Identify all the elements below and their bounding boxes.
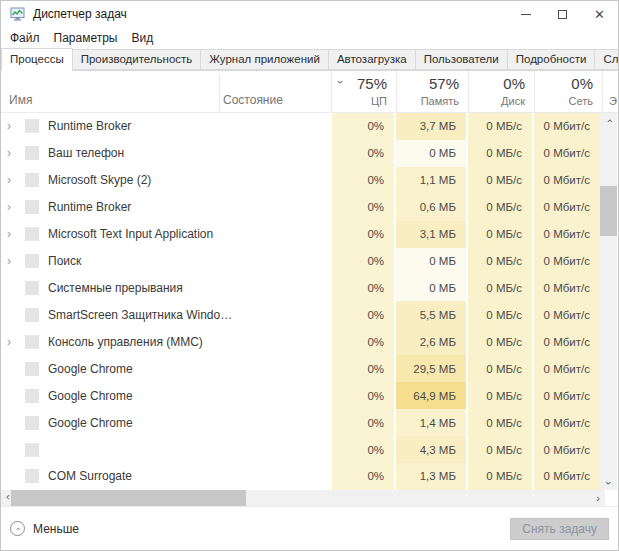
network-cell: 0 Мбит/с [534, 382, 600, 409]
expand-chevron-icon[interactable]: › [7, 228, 11, 240]
chevron-up-icon: › [13, 527, 23, 530]
disk-cell: 0 МБ/с [468, 167, 532, 194]
process-name: Microsoft Text Input Application [48, 227, 213, 241]
minimize-button[interactable] [507, 1, 544, 27]
process-icon [25, 227, 39, 241]
tab-processes[interactable]: Процессы [1, 48, 73, 71]
column-header-cpu[interactable]: ›75%ЦП [331, 71, 396, 112]
tab-users[interactable]: Пользователи [415, 49, 508, 70]
expand-chevron-icon[interactable]: › [7, 120, 11, 132]
fewer-details-label: Меньше [33, 522, 79, 536]
process-name: Microsoft Skype (2) [48, 173, 151, 187]
scroll-up-button[interactable]: › [600, 113, 617, 128]
cpu-cell: 0% [332, 113, 394, 140]
window-title: Диспетчер задач [33, 7, 127, 21]
menu-item-2[interactable]: Вид [131, 31, 153, 45]
memory-cell: 4,3 МБ [396, 436, 466, 463]
header-divider [219, 74, 220, 112]
table-row[interactable]: ›Консоль управления (MMC)0%2,6 МБ0 МБ/с0… [1, 328, 619, 355]
process-icon [25, 254, 39, 268]
column-header-memory[interactable]: 57%Память [396, 71, 468, 112]
column-usage-percent: 0% [469, 75, 525, 92]
expand-chevron-icon[interactable]: › [7, 174, 11, 186]
task-manager-window: Диспетчер задач ✕ ФайлПараметрыВид Проце… [0, 0, 619, 551]
process-icon [25, 119, 39, 133]
chevron-down-icon: › [602, 481, 614, 485]
memory-cell: 0 МБ [396, 248, 466, 275]
table-row[interactable]: ›Поиск0%0 МБ0 МБ/с0 Мбит/с [1, 248, 619, 275]
process-name: Runtime Broker [48, 119, 131, 133]
table-row[interactable]: 0%4,3 МБ0 МБ/с0 Мбит/с [1, 436, 619, 463]
process-name: Runtime Broker [48, 200, 131, 214]
disk-cell: 0 МБ/с [468, 301, 532, 328]
memory-cell: 2,6 МБ [396, 328, 466, 355]
cpu-cell: 0% [332, 194, 394, 221]
chevron-left-icon: › [6, 492, 10, 504]
expand-chevron-icon[interactable]: › [7, 147, 11, 159]
process-icon [25, 443, 39, 457]
maximize-icon [558, 10, 567, 19]
table-row[interactable]: COM Surrogate0%1,3 МБ0 МБ/с0 Мбит/с [1, 463, 619, 490]
tab-details[interactable]: Подробности [507, 49, 596, 70]
tab-performance[interactable]: Производительность [72, 49, 202, 70]
end-task-button[interactable]: Снять задачу [510, 518, 609, 540]
column-header-disk[interactable]: 0%Диск [468, 71, 534, 112]
network-cell: 0 Мбит/с [534, 194, 600, 221]
horizontal-scrollbar-thumb[interactable] [11, 490, 246, 506]
process-icon [25, 416, 39, 430]
maximize-button[interactable] [544, 1, 581, 27]
menubar: ФайлПараметрыВид [1, 27, 618, 48]
network-cell: 0 Мбит/с [534, 221, 600, 248]
tab-app-history[interactable]: Журнал приложений [200, 49, 329, 70]
column-header-network[interactable]: 0%Сеть [534, 71, 602, 112]
network-cell: 0 Мбит/с [534, 463, 600, 490]
table-row[interactable]: Google Chrome0%1,4 МБ0 МБ/с0 Мбит/с [1, 409, 619, 436]
table-row[interactable]: Google Chrome0%29,5 МБ0 МБ/с0 Мбит/с [1, 355, 619, 382]
menu-item-0[interactable]: Файл [10, 31, 40, 45]
column-label: ЦП [332, 95, 387, 107]
horizontal-scrollbar[interactable]: › › [1, 490, 605, 506]
column-header-energy-clipped[interactable]: Э [602, 71, 619, 112]
scroll-right-button[interactable]: › [591, 490, 605, 506]
memory-cell: 1,1 МБ [396, 167, 466, 194]
table-row[interactable]: ›Runtime Broker0%3,7 МБ0 МБ/с0 Мбит/с [1, 113, 619, 140]
vertical-scrollbar[interactable]: › › [600, 113, 617, 490]
table-row[interactable]: ›Runtime Broker0%0,6 МБ0 МБ/с0 Мбит/с [1, 194, 619, 221]
disk-cell: 0 МБ/с [468, 113, 532, 140]
tab-services[interactable]: Службы [594, 49, 619, 70]
close-button[interactable]: ✕ [581, 1, 618, 27]
table-row[interactable]: SmartScreen Защитника Windo…0%5,5 МБ0 МБ… [1, 301, 619, 328]
table-row[interactable]: ›Microsoft Text Input Application0%3,1 М… [1, 221, 619, 248]
cpu-cell: 0% [332, 382, 394, 409]
task-manager-icon [10, 6, 26, 22]
column-header-name[interactable]: Имя [9, 93, 32, 107]
cpu-cell: 0% [332, 221, 394, 248]
process-name: COM Surrogate [48, 469, 132, 483]
expand-chevron-icon[interactable]: › [7, 255, 11, 267]
table-row[interactable]: Google Chrome0%64,9 МБ0 МБ/с0 Мбит/с [1, 382, 619, 409]
cpu-cell: 0% [332, 409, 394, 436]
process-name: Google Chrome [48, 416, 133, 430]
table-row[interactable]: ›Microsoft Skype (2)0%1,1 МБ0 МБ/с0 Мбит… [1, 167, 619, 194]
memory-cell: 29,5 МБ [396, 355, 466, 382]
process-name: SmartScreen Защитника Windo… [48, 308, 232, 322]
expand-chevron-icon[interactable]: › [7, 336, 11, 348]
disk-cell: 0 МБ/с [468, 248, 532, 275]
chevron-right-icon: › [596, 492, 600, 504]
cpu-cell: 0% [332, 248, 394, 275]
memory-cell: 3,7 МБ [396, 113, 466, 140]
disk-cell: 0 МБ/с [468, 221, 532, 248]
minimize-icon [521, 14, 531, 15]
menu-item-1[interactable]: Параметры [54, 31, 118, 45]
vertical-scrollbar-thumb[interactable] [600, 186, 617, 236]
process-name: Консоль управления (MMC) [48, 335, 203, 349]
disk-cell: 0 МБ/с [468, 382, 532, 409]
fewer-details-toggle[interactable]: › Меньше [10, 521, 79, 536]
column-header-status[interactable]: Состояние [223, 93, 283, 107]
table-row[interactable]: ›Ваш телефон0%0 МБ0 МБ/с0 Мбит/с [1, 140, 619, 167]
network-cell: 0 Мбит/с [534, 409, 600, 436]
scroll-down-button[interactable]: › [600, 475, 617, 490]
table-row[interactable]: Системные прерывания0%0 МБ0 МБ/с0 Мбит/с [1, 275, 619, 302]
tab-startup[interactable]: Автозагрузка [328, 49, 416, 70]
expand-chevron-icon[interactable]: › [7, 201, 11, 213]
